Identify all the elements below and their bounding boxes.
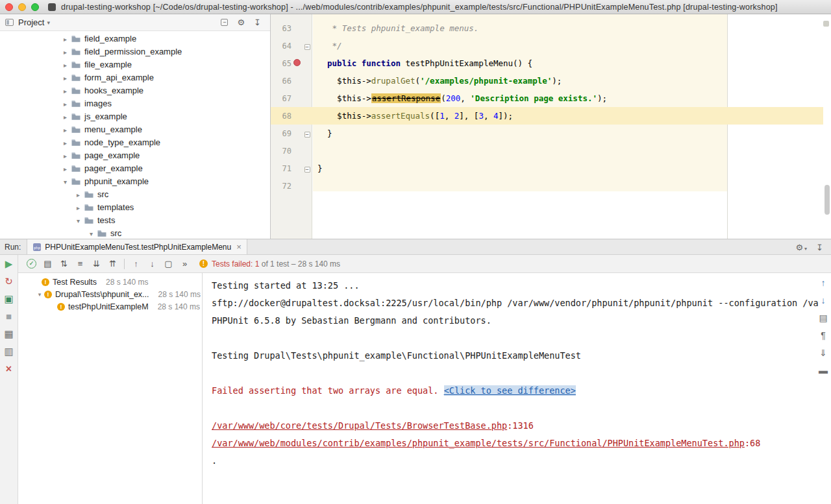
toggle-auto-test-icon[interactable]: ▣	[4, 294, 13, 304]
tree-item-pager_example[interactable]: ▸pager_example	[0, 162, 270, 175]
settings-gear-icon[interactable]: ⚙▾	[795, 241, 807, 253]
chevron-right-icon[interactable]: ▸	[74, 191, 82, 198]
run-left-toolbar: ▶↻▣■▦▥×	[0, 255, 18, 504]
folder-name: tests	[97, 214, 115, 227]
filter-passed-icon[interactable]: ✓	[27, 259, 36, 269]
tree-item-page_example[interactable]: ▸page_example	[0, 149, 270, 162]
project-panel: Project ▾ −⚙↧ ▸field_example▸field_permi…	[0, 14, 271, 239]
test-tree-item[interactable]: !Test Results28 s 140 ms	[18, 276, 202, 288]
close-tab-icon[interactable]: ×	[236, 242, 242, 252]
previous-failed-test-icon[interactable]: ↑	[128, 259, 144, 269]
tree-item-field_example[interactable]: ▸field_example	[0, 32, 270, 45]
collapse-all-icon[interactable]: ⇈	[105, 259, 121, 269]
navigate-down-icon[interactable]: ↓	[821, 296, 826, 306]
folder-name: src	[110, 227, 121, 239]
tree-item-tests[interactable]: ▾tests	[0, 214, 270, 227]
tree-item-phpunit_example[interactable]: ▾phpunit_example	[0, 175, 270, 188]
soft-wrap-icon[interactable]: ¶	[821, 331, 826, 341]
show-ignored-icon[interactable]: ▤	[40, 259, 56, 269]
window-title: drupal-testing-workshop [~/Code/os/drupa…	[61, 3, 778, 12]
tree-item-images[interactable]: ▸images	[0, 97, 270, 110]
export-test-results-icon[interactable]: ▢	[160, 259, 177, 269]
test-tree-item[interactable]: ▾!Drupal\Tests\phpunit_ex...28 s 140 ms	[18, 288, 202, 300]
clear-console-icon[interactable]: ▬	[819, 366, 828, 376]
tree-item-templates[interactable]: ▸templates	[0, 201, 270, 214]
folder-icon	[71, 150, 81, 161]
hide-panel-icon[interactable]: ↧	[816, 241, 823, 253]
chevron-right-icon[interactable]: ▸	[61, 49, 69, 56]
sort-by-duration-icon[interactable]: ≡	[72, 259, 88, 269]
more-options-icon[interactable]: »	[177, 259, 193, 269]
hide-panel-icon[interactable]: ↧	[254, 18, 261, 27]
code-editor[interactable]: 63 * Tests phpunit_example menus.64− */6…	[271, 14, 831, 239]
tree-item-hooks_example[interactable]: ▸hooks_example	[0, 84, 270, 97]
chevron-down-icon[interactable]: ▾	[61, 178, 69, 186]
gutter-cell: 71−	[271, 160, 312, 177]
chevron-right-icon[interactable]: ▸	[61, 152, 69, 160]
rerun-tests-icon[interactable]: ▶	[5, 259, 13, 269]
tree-item-menu_example[interactable]: ▸menu_example	[0, 123, 270, 136]
expand-all-icon[interactable]: ⇊	[88, 259, 105, 269]
rerun-failed-tests-icon[interactable]: ↻	[5, 276, 13, 287]
chevron-right-icon[interactable]: ▸	[61, 75, 69, 82]
gutter-cell: 68	[271, 107, 312, 125]
fold-marker-icon[interactable]: −	[304, 44, 310, 50]
scroll-to-end-icon[interactable]: ⇓	[819, 348, 827, 358]
run-tab[interactable]: php PHPUnitExampleMenuTest.testPhpUnitEx…	[27, 239, 247, 254]
chevron-right-icon[interactable]: ▸	[61, 114, 69, 121]
chevron-right-icon[interactable]: ▸	[61, 101, 69, 108]
chevron-down-icon[interactable]: ▾	[87, 230, 95, 237]
close-run-panel-icon[interactable]: ×	[6, 364, 12, 374]
zoom-window-button[interactable]	[31, 3, 39, 11]
settings-gear-icon[interactable]: ⚙	[237, 18, 245, 27]
breakpoint-icon[interactable]	[293, 59, 301, 66]
stacktrace-link[interactable]: /var/www/web/core/tests/Drupal/Tests/Bro…	[212, 420, 507, 431]
chevron-right-icon[interactable]: ▸	[74, 204, 82, 211]
diff-link[interactable]: <Click to see difference>	[444, 385, 576, 396]
minimize-window-button[interactable]	[18, 3, 26, 11]
chevron-right-icon[interactable]: ▸	[61, 139, 69, 147]
console-panel: Testing started at 13:25 ...sftp://docke…	[203, 273, 831, 504]
test-status-failed-text: Tests failed: 1	[212, 259, 259, 269]
chevron-right-icon[interactable]: ▸	[61, 165, 69, 173]
next-failed-test-icon[interactable]: ↓	[144, 259, 160, 269]
chevron-down-icon[interactable]: ▾	[47, 19, 50, 26]
tree-item-js_example[interactable]: ▸js_example	[0, 110, 270, 123]
navigate-up-icon[interactable]: ↑	[821, 278, 826, 288]
tree-item-field_permission_example[interactable]: ▸field_permission_example	[0, 45, 270, 58]
tree-item-src[interactable]: ▾src	[0, 227, 270, 239]
tree-item-form_api_example[interactable]: ▸form_api_example	[0, 71, 270, 84]
line-number: 72	[273, 182, 291, 191]
export-console-icon[interactable]: ▤	[819, 313, 827, 323]
close-window-button[interactable]	[5, 3, 13, 11]
scrollbar-thumb[interactable]	[825, 185, 830, 215]
project-tree[interactable]: ▸field_example▸field_permission_example▸…	[0, 31, 270, 239]
chevron-right-icon[interactable]: ▸	[61, 36, 69, 43]
tree-item-file_example[interactable]: ▸file_example	[0, 58, 270, 71]
folder-icon	[97, 228, 107, 239]
console-line	[212, 365, 809, 382]
chevron-down-icon[interactable]: ▾	[35, 291, 44, 298]
console-output[interactable]: Testing started at 13:25 ...sftp://docke…	[203, 273, 831, 504]
editor-scrollbar[interactable]	[823, 14, 831, 239]
stacktrace-link[interactable]: /var/www/web/modules/contrib/examples/ph…	[212, 438, 745, 448]
fold-marker-icon[interactable]: −	[304, 132, 310, 138]
chevron-right-icon[interactable]: ▸	[61, 62, 69, 69]
collapse-all-icon[interactable]: −	[221, 19, 228, 26]
tree-item-node_type_example[interactable]: ▸node_type_example	[0, 136, 270, 149]
test-status: ! Tests failed: 1 of 1 test – 28 s 140 m…	[199, 259, 340, 269]
stop-icon[interactable]: ■	[6, 311, 12, 322]
tree-item-src[interactable]: ▸src	[0, 188, 270, 201]
chevron-down-icon[interactable]: ▾	[74, 217, 82, 224]
gutter-cell: 66	[271, 72, 312, 90]
pin-tab-icon[interactable]: ▥	[4, 346, 13, 357]
gutter-cell: 69−	[271, 125, 312, 142]
test-results-tree[interactable]: !Test Results28 s 140 ms▾!Drupal\Tests\p…	[18, 273, 203, 504]
chevron-right-icon[interactable]: ▸	[61, 88, 69, 95]
test-tree-item[interactable]: !testPhpUnitExampleM28 s 140 ms	[18, 300, 202, 313]
chevron-right-icon[interactable]: ▸	[61, 126, 69, 134]
fold-marker-icon[interactable]: −	[304, 167, 310, 173]
sort-alphabetically-icon[interactable]: ⇅	[56, 259, 72, 269]
restore-layout-icon[interactable]: ▦	[4, 329, 13, 339]
console-line: Testing Drupal\Tests\phpunit_example\Fun…	[212, 347, 809, 365]
